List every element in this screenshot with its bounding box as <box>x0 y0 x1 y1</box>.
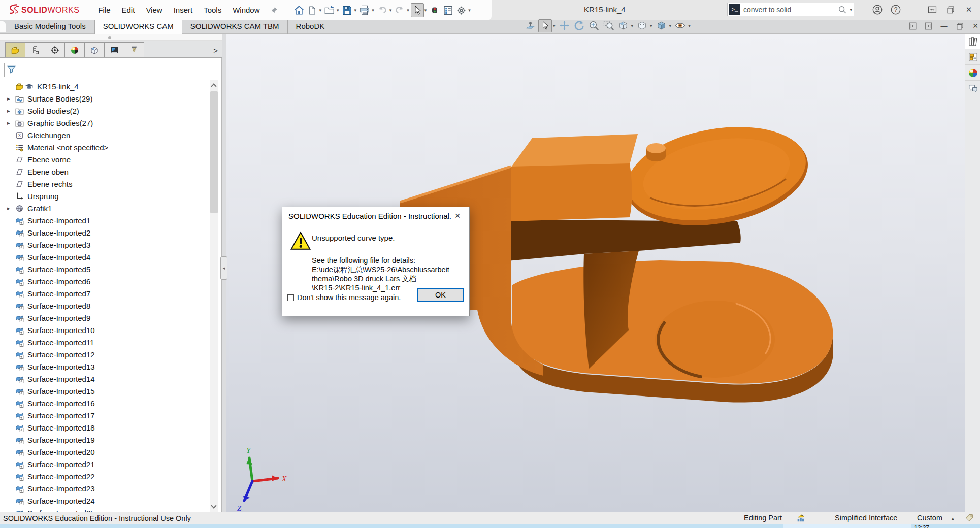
status-config-custom[interactable]: Custom <box>917 514 942 522</box>
tree-item[interactable]: Surface-Imported7 <box>0 287 209 300</box>
tree-item[interactable]: ▸Graphic Bodies(27) <box>0 117 209 129</box>
select-tool-caret[interactable]: ▾ <box>424 8 427 13</box>
tree-item[interactable]: Surface-Imported13 <box>0 360 209 373</box>
menu-file[interactable]: File <box>92 3 116 17</box>
new-document-button[interactable] <box>306 3 319 17</box>
propertymanager-tab[interactable] <box>25 42 45 57</box>
featuremanager-tab[interactable] <box>5 42 25 57</box>
tree-item[interactable]: Surface-Imported8 <box>0 300 209 312</box>
tree-scrollbar[interactable] <box>210 80 218 512</box>
redo-button[interactable] <box>393 3 406 17</box>
scroll-up-icon[interactable] <box>211 83 216 89</box>
doc-close-button[interactable]: ✕ <box>970 20 980 31</box>
options-gear-button[interactable] <box>454 3 468 17</box>
pan-icon[interactable] <box>558 19 571 32</box>
close-button[interactable]: ✕ <box>960 2 978 17</box>
search-icon[interactable] <box>836 3 849 17</box>
redo-caret[interactable]: ▾ <box>407 8 409 13</box>
dialog-title-bar[interactable]: SOLIDWORKS Education Edition - Instructi… <box>282 207 469 224</box>
options-caret[interactable]: ▾ <box>468 8 471 13</box>
dialog-close-icon[interactable]: ✕ <box>451 212 464 220</box>
pin-icon[interactable] <box>268 3 281 17</box>
cam-feature-tree-tab[interactable] <box>84 42 105 57</box>
cam-operation-tree-tab[interactable] <box>104 42 124 57</box>
resources-tab-icon[interactable] <box>965 34 980 49</box>
tree-item[interactable]: Surface-Imported1 <box>0 214 209 226</box>
tree-item[interactable]: Surface-Imported6 <box>0 275 209 287</box>
view-plane-arrow-icon[interactable] <box>524 19 537 32</box>
ribbon-tab-basic-modeling-tools[interactable]: Basic Modeling Tools <box>6 20 94 34</box>
tree-item[interactable]: Surface-Imported14 <box>0 373 209 385</box>
tree-item[interactable]: ▸Surface Bodies(29) <box>0 92 209 105</box>
status-units-icon[interactable] <box>796 513 805 524</box>
display-style-icon[interactable] <box>655 19 668 32</box>
tree-item[interactable]: Surface-Imported21 <box>0 458 209 470</box>
save-caret[interactable]: ▾ <box>354 8 357 13</box>
rebuild-button[interactable] <box>428 3 441 17</box>
tree-scrollbar-thumb[interactable] <box>210 91 218 213</box>
restore-button[interactable] <box>941 2 960 17</box>
ribbon-tab-robodk[interactable]: RoboDK <box>288 20 334 34</box>
hide-show-caret[interactable]: ▾ <box>688 23 691 28</box>
tree-item[interactable]: Ebene rechts <box>0 178 209 190</box>
ribbon-tab-solidworks-cam-tbm[interactable]: SOLIDWORKS CAM TBM <box>182 20 288 34</box>
tree-item[interactable]: Surface-Imported4 <box>0 251 209 263</box>
open-caret[interactable]: ▾ <box>337 8 339 13</box>
tree-item[interactable]: Surface-Imported9 <box>0 312 209 324</box>
user-account-icon[interactable] <box>868 2 887 17</box>
rotate-view-icon[interactable] <box>572 19 586 32</box>
tree-item[interactable]: Surface-Imported25 <box>0 507 209 512</box>
expand-arrow-icon[interactable]: ▸ <box>7 108 13 114</box>
expand-arrow-icon[interactable]: ▸ <box>7 120 13 126</box>
tree-item[interactable]: Surface-Imported20 <box>0 446 209 458</box>
search-caret[interactable]: ▾ <box>850 7 852 12</box>
pane-expand-right-icon[interactable] <box>923 20 934 31</box>
ribbon-tab-solidworks-cam[interactable]: SOLIDWORKS CAM <box>94 20 182 34</box>
expand-arrow-icon[interactable]: ▸ <box>7 95 13 102</box>
search-input[interactable]: convert to solid <box>743 6 836 14</box>
tree-item[interactable]: Surface-Imported18 <box>0 421 209 434</box>
pane-collapse-left-icon[interactable] <box>907 20 918 31</box>
dont-show-checkbox[interactable] <box>287 294 294 301</box>
menu-view[interactable]: View <box>140 3 168 17</box>
tree-item[interactable]: Surface-Imported2 <box>0 226 209 239</box>
forum-tab-icon[interactable] <box>965 81 980 96</box>
print-button[interactable] <box>358 3 371 17</box>
tree-item[interactable]: Material <not specified> <box>0 141 209 153</box>
hide-show-icon[interactable] <box>673 19 687 32</box>
tree-item[interactable]: Ebene vorne <box>0 153 209 166</box>
design-library-tab-icon[interactable] <box>965 49 980 65</box>
tree-item[interactable]: Surface-Imported17 <box>0 409 209 421</box>
tree-item[interactable]: ▸Solid Bodies(2) <box>0 105 209 117</box>
view-orientation-caret[interactable]: ▾ <box>650 23 652 28</box>
tree-item[interactable]: Surface-Imported24 <box>0 494 209 507</box>
tree-item[interactable]: ▸Grafik1 <box>0 202 209 214</box>
zoom-area-icon[interactable] <box>602 19 615 32</box>
file-properties-button[interactable] <box>441 3 454 17</box>
undo-button[interactable] <box>376 3 389 17</box>
menu-insert[interactable]: Insert <box>168 3 199 17</box>
minimize-button[interactable]: — <box>905 2 923 17</box>
tree-item[interactable]: Surface-Imported23 <box>0 482 209 494</box>
menu-edit[interactable]: Edit <box>116 3 141 17</box>
doc-restore-button[interactable] <box>954 20 965 31</box>
tree-item[interactable]: Surface-Imported15 <box>0 385 209 397</box>
tree-item[interactable]: Surface-Imported11 <box>0 336 209 348</box>
select-icon[interactable] <box>538 19 552 32</box>
tree-item[interactable]: Surface-Imported12 <box>0 348 209 360</box>
open-button[interactable] <box>323 3 336 17</box>
undo-caret[interactable]: ▾ <box>389 8 392 13</box>
configurationmanager-tab[interactable] <box>45 42 65 57</box>
section-view-icon[interactable] <box>616 19 630 32</box>
tree-item[interactable]: Ebene oben <box>0 166 209 178</box>
flyout-arrow[interactable]: > <box>213 46 218 55</box>
view-orientation-icon[interactable] <box>635 19 649 32</box>
tree-filter-box[interactable] <box>4 63 217 77</box>
tree-item[interactable]: Surface-Imported5 <box>0 263 209 275</box>
help-icon[interactable]: ? <box>887 2 905 17</box>
doc-minimize-button[interactable]: — <box>938 20 950 31</box>
tree-item[interactable]: Surface-Imported3 <box>0 239 209 251</box>
displaymanager-tab[interactable] <box>64 42 85 57</box>
section-view-caret[interactable]: ▾ <box>631 23 634 28</box>
expand-arrow-icon[interactable]: ▸ <box>7 205 13 212</box>
